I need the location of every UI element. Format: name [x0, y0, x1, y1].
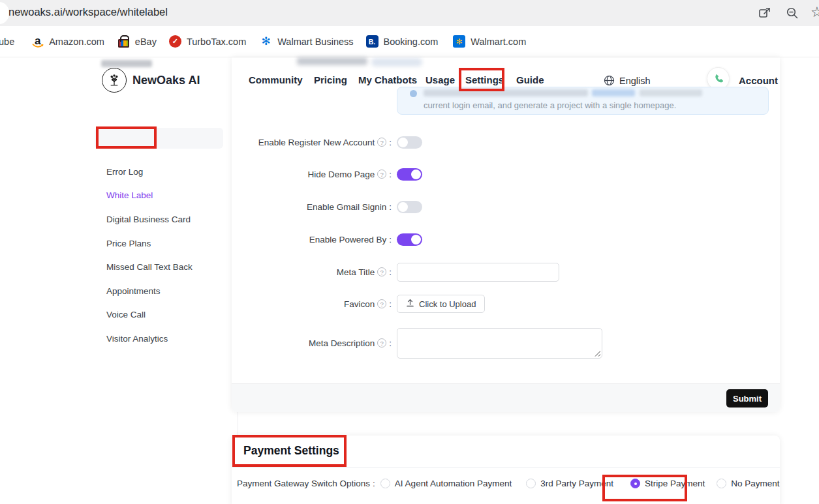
- label-colon: :: [373, 479, 375, 488]
- toggle-enable-gmail-signin[interactable]: [397, 201, 422, 213]
- row-payment-gateway-switch-options: Payment Gateway Switch Options : AI Agen…: [237, 479, 772, 488]
- address-bar-url[interactable]: newoaks.ai/workspace/whitelabel: [8, 6, 168, 18]
- blurred-form-remnant: [297, 57, 367, 65]
- field-label: Enable Register New Account: [258, 138, 375, 147]
- toggle-enable-powered-by[interactable]: [397, 233, 422, 246]
- bookmarks-bar: ube a Amazon.com eBay ✓ TurboTax.com ✻ W…: [0, 26, 819, 57]
- label-colon: :: [389, 299, 392, 309]
- bookmark-turbotax[interactable]: ✓ TurboTax.com: [169, 35, 246, 48]
- blurred-info-text: [640, 89, 702, 96]
- browser-toolbar: newoaks.ai/workspace/whitelabel ☆: [0, 0, 819, 26]
- meta-title-input[interactable]: [397, 263, 559, 282]
- nav-my-chatbots[interactable]: My Chatbots: [358, 74, 417, 85]
- field-label: Enable Gmail Signin: [307, 202, 386, 212]
- radio-stripe-payment[interactable]: Stripe Payment: [630, 479, 705, 488]
- toggle-knob: [411, 235, 421, 245]
- favorite-star-icon[interactable]: ☆: [811, 4, 819, 21]
- sidebar-item-missed-call-text-back[interactable]: Missed Call Text Back: [106, 262, 193, 272]
- row-meta-title: Meta Title ? :: [237, 262, 759, 282]
- toggle-enable-register-new-account[interactable]: [397, 136, 422, 149]
- help-icon[interactable]: ?: [377, 170, 386, 179]
- submit-button[interactable]: Submit: [726, 389, 768, 408]
- radio-icon: [717, 479, 726, 488]
- sidebar-item-error-log[interactable]: Error Log: [106, 167, 143, 177]
- label-colon: :: [389, 202, 392, 212]
- blurred-toggle-remnant: [371, 58, 422, 67]
- active-item-background: [95, 128, 223, 149]
- bookmark-amazon[interactable]: a Amazon.com: [31, 35, 104, 48]
- bookmark-ebay[interactable]: eBay: [117, 35, 157, 48]
- radio-label: Stripe Payment: [645, 479, 705, 488]
- language-selector[interactable]: English: [619, 76, 651, 86]
- share-icon[interactable]: [758, 6, 772, 20]
- sidebar-item-price-plans[interactable]: Price Plans: [106, 239, 151, 248]
- bookmark-label: Walmart.com: [471, 37, 526, 47]
- globe-icon[interactable]: [604, 75, 615, 86]
- label-colon: :: [389, 235, 392, 245]
- radio-no-payment[interactable]: No Payment: [717, 479, 779, 488]
- sidebar-item-white-label[interactable]: White Label: [106, 190, 153, 200]
- label-colon: :: [389, 170, 392, 179]
- bookmark-label: Amazon.com: [49, 37, 104, 47]
- help-icon[interactable]: ?: [377, 138, 386, 147]
- zoom-out-icon[interactable]: [785, 6, 799, 20]
- field-label: Favicon: [344, 299, 375, 309]
- field-label: Hide Demo Page: [307, 170, 375, 179]
- radio-3rd-party-payment[interactable]: 3rd Party Payment: [526, 479, 613, 488]
- divider: [232, 467, 780, 467]
- meta-description-textarea[interactable]: [397, 328, 602, 359]
- radio-label: 3rd Party Payment: [540, 479, 613, 488]
- radio-ai-agent-automation-payment[interactable]: AI Agent Automation Payment: [380, 479, 512, 488]
- row-enable-powered-by: Enable Powered By :: [237, 229, 759, 250]
- blurred-workspace-name: [101, 60, 152, 67]
- nav-community[interactable]: Community: [249, 74, 303, 85]
- blurred-info-link: [592, 89, 635, 96]
- help-icon[interactable]: ?: [377, 267, 386, 276]
- newoaks-logo-icon: [102, 68, 127, 93]
- field-label: Payment Gateway Switch Options: [237, 479, 370, 488]
- label-colon: :: [389, 338, 392, 348]
- bookmark-booking[interactable]: B. Booking.com: [366, 35, 439, 48]
- radio-icon-selected: [630, 479, 640, 488]
- row-hide-demo-page: Hide Demo Page ? :: [237, 164, 759, 185]
- favicon-upload-button[interactable]: Click to Upload: [397, 295, 485, 313]
- nav-guide[interactable]: Guide: [516, 74, 544, 85]
- sidebar-item-visitor-analytics[interactable]: Visitor Analytics: [106, 334, 168, 344]
- help-icon[interactable]: ?: [377, 299, 386, 308]
- bookmark-walmart[interactable]: ✻ Walmart.com: [453, 35, 526, 48]
- sidebar-item-digital-business-card[interactable]: Digital Business Card: [106, 215, 191, 224]
- toggle-hide-demo-page[interactable]: [397, 168, 422, 181]
- row-meta-description: Meta Description ? :: [237, 327, 759, 359]
- info-text: current login email, and generate a proj…: [424, 100, 676, 110]
- upload-icon: [406, 299, 414, 309]
- nav-settings[interactable]: Settings: [465, 74, 504, 85]
- bookmark-youtube[interactable]: ube: [0, 37, 14, 47]
- nav-pricing[interactable]: Pricing: [314, 74, 347, 85]
- field-label: Meta Description: [309, 338, 375, 348]
- brand: NewOaks AI: [102, 68, 200, 93]
- walmart-spark-icon: ✻: [260, 35, 272, 48]
- row-favicon: Favicon ? : Click to Upload: [237, 295, 759, 313]
- form-footer: Submit: [232, 383, 780, 412]
- field-label: Meta Title: [337, 267, 375, 277]
- toggle-knob: [398, 202, 408, 212]
- payment-settings-card: Payment Settings Payment Gateway Switch …: [232, 436, 780, 504]
- radio-label: No Payment: [731, 479, 779, 488]
- sidebar: NewOaks AI Error Log White Label Digital…: [91, 57, 238, 504]
- address-bar-pill: [0, 2, 9, 24]
- nav-usage[interactable]: Usage: [425, 74, 455, 85]
- field-label: Enable Powered By: [309, 235, 387, 245]
- sidebar-item-appointments[interactable]: Appointments: [106, 286, 161, 296]
- booking-icon: B.: [366, 35, 379, 48]
- help-icon[interactable]: ?: [377, 338, 386, 348]
- bookmark-label: Walmart Business: [277, 37, 353, 47]
- bookmark-walmart-business[interactable]: ✻ Walmart Business: [260, 35, 353, 48]
- sidebar-item-voice-call[interactable]: Voice Call: [106, 310, 146, 319]
- amazon-icon: a: [31, 35, 44, 48]
- toggle-knob: [398, 138, 408, 147]
- radio-icon: [526, 479, 536, 488]
- bookmark-label: ube: [0, 37, 14, 47]
- payment-settings-title: Payment Settings: [243, 444, 339, 458]
- blurred-info-text: [424, 89, 588, 96]
- label-colon: :: [389, 267, 392, 277]
